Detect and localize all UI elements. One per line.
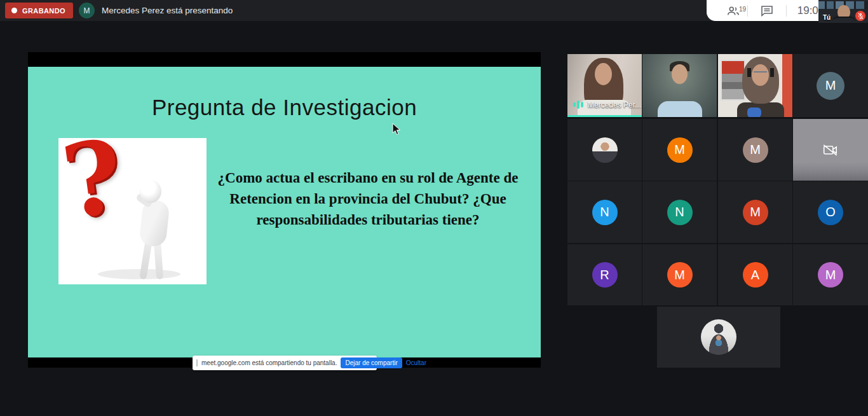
- chat-icon: [761, 5, 773, 17]
- participant-name-label: Mercedes Per...: [588, 101, 641, 109]
- question-mark-image: ?: [58, 138, 207, 284]
- drag-handle-icon[interactable]: [196, 359, 198, 366]
- participant-tile-initial-M[interactable]: M: [718, 181, 792, 243]
- participants-count: 19: [739, 6, 746, 13]
- mic-off-icon: [858, 13, 864, 19]
- participant-tile-initial-M[interactable]: M: [718, 119, 792, 181]
- slide-title: Pregunta de Investigacion: [28, 95, 541, 120]
- participant-photo-avatar: [701, 319, 736, 355]
- presenter-avatar-initial: M: [84, 6, 90, 15]
- participant-initial-avatar: N: [667, 200, 693, 225]
- participant-initial-avatar: M: [667, 137, 693, 163]
- self-view-thumbnail[interactable]: Tú: [818, 0, 868, 23]
- participant-initial-avatar: M: [743, 200, 768, 225]
- mouse-cursor-icon: [392, 123, 401, 136]
- participant-tile-initial-M[interactable]: M: [642, 244, 717, 305]
- participant-initial-avatar: M: [818, 262, 843, 288]
- participant-tile-initial-M[interactable]: M: [793, 244, 868, 305]
- participant-initial-avatar: O: [818, 200, 843, 225]
- recording-label: GRABANDO: [22, 7, 65, 15]
- participant-tile-photo[interactable]: [657, 307, 780, 368]
- participant-photo-avatar: [592, 137, 618, 163]
- participant-video-tile-male[interactable]: [642, 54, 717, 117]
- presenter-avatar: M: [79, 3, 95, 18]
- participant-tile-camera-off[interactable]: [793, 119, 868, 181]
- chat-button[interactable]: [748, 5, 786, 17]
- participant-tile-initial-M[interactable]: M: [793, 54, 868, 117]
- participant-tile-initial-O[interactable]: O: [793, 181, 868, 243]
- participant-initial-avatar: A: [743, 262, 768, 288]
- participant-tile-initial-N[interactable]: N: [642, 181, 717, 243]
- figure-shadow: [98, 269, 180, 279]
- participant-initial-avatar: R: [592, 262, 618, 288]
- stop-sharing-button[interactable]: Dejar de compartir: [341, 357, 402, 368]
- self-view-label: Tú: [823, 14, 831, 21]
- participant-video-tile-female[interactable]: [718, 54, 792, 117]
- hide-button[interactable]: Ocultar: [406, 359, 426, 366]
- camera-off-icon: [822, 144, 839, 156]
- mic-muted-badge: [855, 11, 865, 21]
- participants-button[interactable]: 19: [719, 5, 747, 17]
- screen-share-notification-bar: meet.google.com está compartiendo tu pan…: [193, 356, 377, 370]
- slide-body-text: ¿Como actua el escribano en su rol de Ag…: [216, 167, 520, 230]
- participant-tile-initial-M[interactable]: M: [642, 119, 717, 181]
- participant-tile-photo[interactable]: [567, 119, 642, 181]
- question-mark-glyph: ?: [58, 138, 130, 242]
- participant-tile-initial-N[interactable]: N: [567, 181, 642, 243]
- figure-head: [140, 180, 161, 203]
- participants-icon: [726, 5, 740, 17]
- participant-initial-avatar: N: [592, 200, 618, 225]
- video-frame: [642, 54, 717, 117]
- presenter-status-text: Mercedes Perez está presentando: [102, 0, 233, 21]
- recording-dot-icon: [11, 8, 17, 13]
- participant-grid: Mercedes Per...MMMNNMORMAM: [567, 54, 868, 368]
- audio-activity-icon: [573, 100, 584, 109]
- figure-body: [139, 199, 170, 247]
- participant-tile-initial-R[interactable]: R: [567, 244, 642, 305]
- participant-initial-avatar: M: [667, 262, 693, 288]
- self-view-person-body: [832, 17, 855, 23]
- shared-screen-presentation: Pregunta de Investigacion ? ¿Como actua …: [28, 52, 541, 368]
- participant-initial-avatar: M: [743, 137, 768, 163]
- meet-top-bar: GRABANDO M Mercedes Perez está presentan…: [0, 0, 868, 21]
- participant-video-tile-mercedes[interactable]: Mercedes Per...: [567, 54, 642, 117]
- slide: Pregunta de Investigacion ? ¿Como actua …: [28, 67, 541, 357]
- video-frame: [718, 54, 792, 117]
- recording-badge: GRABANDO: [5, 3, 73, 18]
- participant-initial-avatar: M: [817, 72, 844, 100]
- participant-tile-initial-A[interactable]: A: [718, 244, 792, 305]
- share-message: meet.google.com está compartiendo tu pan…: [201, 359, 337, 366]
